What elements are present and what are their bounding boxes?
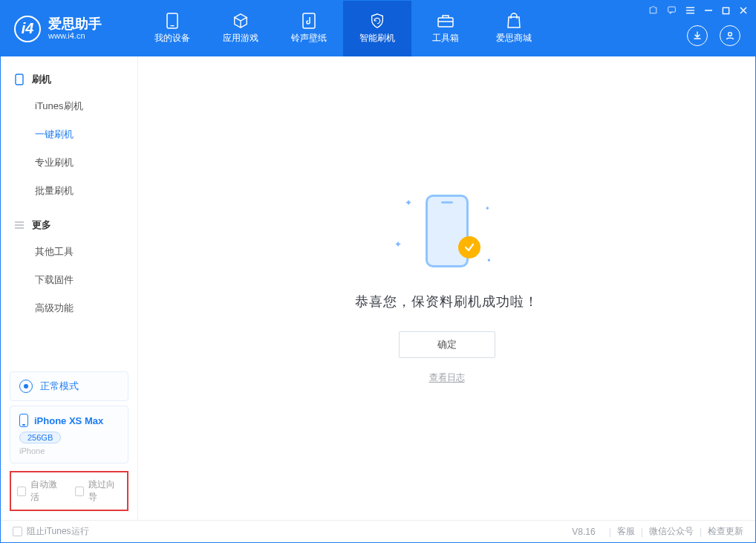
status-dot-icon [19, 380, 33, 393]
device-capacity: 256GB [19, 432, 61, 443]
sidebar: 刷机 iTunes刷机 一键刷机 专业刷机 批量刷机 更多 其他工具 下载固件 … [1, 56, 138, 520]
tab-ringtone-wallpaper[interactable]: 铃声壁纸 [275, 1, 343, 56]
tab-label: 工具箱 [432, 32, 459, 45]
header-tabs: 我的设备 应用游戏 铃声壁纸 智能刷机 [138, 1, 548, 56]
phone-outline-icon [14, 74, 25, 85]
body: 刷机 iTunes刷机 一键刷机 专业刷机 批量刷机 更多 其他工具 下载固件 … [1, 56, 755, 520]
app-logo-icon: i4 [14, 16, 41, 42]
sparkle-icon: ✦ [394, 239, 402, 250]
sidebar-item-other-tools[interactable]: 其他工具 [1, 238, 137, 266]
tab-label: 智能刷机 [359, 32, 395, 45]
footer-left: 阻止iTunes运行 [13, 525, 89, 538]
sidebar-group-title: 更多 [32, 218, 51, 232]
device-status-box[interactable]: 正常模式 [10, 371, 128, 401]
sidebar-item-pro-flash[interactable]: 专业刷机 [1, 149, 137, 177]
check-badge-icon [458, 236, 480, 259]
app-window: i4 爱思助手 www.i4.cn 我的设备 应用游戏 [0, 0, 756, 543]
footer: 阻止iTunes运行 V8.16 | 客服 | 微信公众号 | 检查更新 [1, 520, 755, 542]
checkbox-skip-guide[interactable]: 跳过向导 [75, 478, 121, 504]
sidebar-item-download-firmware[interactable]: 下载固件 [1, 266, 137, 294]
sidebar-bottom: 正常模式 iPhone XS Max 256GB iPhone 自动激活 [1, 367, 137, 520]
tab-label: 铃声壁纸 [291, 32, 327, 45]
shopping-bag-icon [504, 13, 524, 29]
sidebar-group-more[interactable]: 更多 [1, 212, 137, 238]
app-subtitle: www.i4.cn [48, 31, 102, 40]
checkbox-icon [13, 527, 22, 536]
tab-store[interactable]: 爱思商城 [480, 1, 548, 56]
status-label: 正常模式 [40, 380, 79, 393]
device-head: iPhone XS Max [19, 414, 119, 427]
close-button[interactable] [739, 6, 748, 17]
sparkle-icon: • [487, 256, 490, 266]
theme-icon[interactable] [648, 5, 658, 17]
flash-options-row: 自动激活 跳过向导 [10, 471, 128, 511]
view-log-link[interactable]: 查看日志 [429, 371, 465, 384]
feedback-icon[interactable] [667, 5, 677, 17]
tab-my-device[interactable]: 我的设备 [138, 1, 206, 56]
sidebar-group-flash[interactable]: 刷机 [1, 67, 137, 92]
checkbox-label: 阻止iTunes运行 [27, 525, 89, 538]
toolbox-icon [436, 13, 455, 29]
device-icon [163, 13, 182, 29]
main-content: ✦ • ✦ • 恭喜您，保资料刷机成功啦！ 确定 查看日志 [138, 56, 755, 520]
sidebar-scroll: 刷机 iTunes刷机 一键刷机 专业刷机 批量刷机 更多 其他工具 下载固件 … [1, 56, 137, 367]
shield-refresh-icon [368, 13, 387, 29]
sidebar-item-advanced[interactable]: 高级功能 [1, 294, 137, 322]
svg-rect-2 [303, 13, 315, 28]
minimize-button[interactable] [704, 6, 713, 17]
footer-right: V8.16 | 客服 | 微信公众号 | 检查更新 [572, 525, 743, 538]
success-illustration: ✦ • ✦ • [391, 190, 503, 272]
divider: | [609, 527, 611, 537]
checkbox-label: 跳过向导 [88, 478, 121, 504]
maximize-button[interactable] [722, 6, 730, 17]
device-phone-icon [19, 414, 28, 427]
phone-illus-icon [426, 195, 469, 267]
header: i4 爱思助手 www.i4.cn 我的设备 应用游戏 [1, 1, 755, 56]
tab-apps-games[interactable]: 应用游戏 [206, 1, 275, 56]
sidebar-group-title: 刷机 [32, 73, 51, 86]
device-name: iPhone XS Max [34, 415, 103, 426]
footer-link-wechat[interactable]: 微信公众号 [649, 525, 694, 538]
tab-label: 我的设备 [154, 32, 190, 45]
svg-rect-10 [723, 7, 729, 13]
footer-link-support[interactable]: 客服 [617, 525, 635, 538]
svg-rect-1 [171, 25, 175, 26]
svg-rect-3 [438, 18, 453, 27]
tab-smart-flash[interactable]: 智能刷机 [343, 1, 411, 56]
checkbox-icon [75, 487, 84, 496]
download-icon[interactable] [687, 25, 708, 46]
checkbox-icon [17, 487, 26, 496]
sidebar-item-batch-flash[interactable]: 批量刷机 [1, 177, 137, 205]
success-message: 恭喜您，保资料刷机成功啦！ [355, 293, 538, 310]
device-info-box[interactable]: iPhone XS Max 256GB iPhone [10, 406, 128, 464]
window-controls [648, 5, 748, 17]
checkbox-auto-activate[interactable]: 自动激活 [17, 478, 63, 504]
tab-label: 爱思商城 [496, 32, 532, 45]
sparkle-icon: • [486, 204, 489, 214]
svg-rect-5 [668, 7, 676, 12]
checkbox-block-itunes[interactable]: 阻止iTunes运行 [13, 525, 89, 538]
tab-toolbox[interactable]: 工具箱 [411, 1, 480, 56]
tab-label: 应用游戏 [223, 32, 258, 45]
sidebar-item-itunes-flash[interactable]: iTunes刷机 [1, 92, 137, 120]
svg-rect-14 [16, 74, 23, 85]
confirm-button[interactable]: 确定 [399, 331, 495, 358]
cube-icon [231, 13, 250, 29]
divider: | [641, 527, 643, 537]
svg-point-13 [729, 33, 732, 36]
sidebar-item-oneclick-flash[interactable]: 一键刷机 [1, 120, 137, 149]
logo-text: 爱思助手 www.i4.cn [48, 17, 102, 41]
sparkle-icon: ✦ [405, 198, 412, 208]
version-label: V8.16 [572, 527, 595, 537]
header-right-icons [687, 25, 740, 46]
list-icon [14, 221, 25, 230]
menu-icon[interactable] [685, 6, 695, 17]
music-file-icon [299, 13, 319, 29]
app-title: 爱思助手 [48, 17, 102, 32]
checkbox-label: 自动激活 [30, 478, 63, 504]
divider: | [700, 527, 702, 537]
footer-link-update[interactable]: 检查更新 [708, 525, 743, 538]
device-type: iPhone [19, 446, 119, 455]
user-icon[interactable] [720, 25, 740, 46]
logo-area: i4 爱思助手 www.i4.cn [1, 1, 138, 56]
